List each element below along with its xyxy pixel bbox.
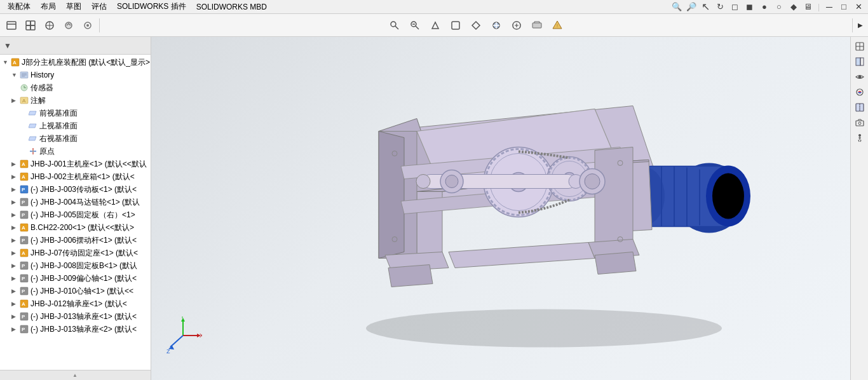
tree-jhb-002[interactable]: ▶ A JHB-J-002主机座箱<1> (默认< — [0, 170, 151, 183]
top-plane-icon — [28, 121, 38, 131]
tree-origin[interactable]: 原点 — [0, 145, 151, 158]
diamond-icon[interactable]: ◆ — [787, 0, 801, 14]
tree-jhb-07[interactable]: ▶ A JHB-J-07传动固定座<1> (默认< — [0, 247, 151, 259]
jhb005-arrow[interactable]: ▶ — [11, 212, 19, 218]
tree-root[interactable]: ▼ A J部分主机座装配图 (默认<默认_显示> — [0, 56, 151, 69]
tree-jhb-008[interactable]: ▶ P (-) JHB-J-008固定板B<1> (默认 — [0, 259, 151, 272]
tree-jhb-013-1[interactable]: ▶ P (-) JHB-J-013轴承座<1> (默认< — [0, 310, 151, 323]
tree-jhb-006[interactable]: ▶ P (-) JHB-J-006摆动杆<1> (默认< — [0, 234, 151, 247]
tree-jhb-013-2[interactable]: ▶ P (-) JHB-J-013轴承座<2> (默认< — [0, 323, 151, 336]
center-btn-4[interactable] — [447, 17, 465, 34]
jhb07-label: JHB-J-07传动固定座<1> (默认< — [31, 248, 138, 259]
tree-jhb-003[interactable]: ▶ P (-) JHB-J-003传动板<1> (默认< — [0, 183, 151, 196]
svg-point-137 — [858, 122, 861, 125]
center-btn-2[interactable] — [406, 17, 424, 34]
more-arrow[interactable]: ▶ — [855, 17, 865, 34]
walk-through-button[interactable] — [853, 131, 867, 145]
model-3d — [302, 55, 798, 362]
right-plane-label: 右视基准面 — [39, 133, 78, 144]
select-all-icon[interactable]: ◼ — [743, 0, 757, 14]
tree-annotation[interactable]: ▶ A 注解 — [0, 94, 151, 107]
center-btn-8[interactable] — [528, 17, 546, 34]
center-btn-6[interactable] — [487, 17, 505, 34]
box-select-icon[interactable]: ◻ — [728, 0, 742, 14]
tree-jhb-001[interactable]: ▶ A JHB-J-001主机座<1> (默认<<默认 — [0, 158, 151, 170]
svg-rect-17 — [452, 22, 459, 29]
toolbar-btn-2[interactable] — [22, 17, 39, 34]
view-orient-button[interactable] — [853, 39, 867, 53]
svg-text:A: A — [22, 98, 26, 104]
tree-history[interactable]: ▼ History — [0, 69, 151, 81]
monitor-icon[interactable]: 🖥 — [801, 0, 815, 14]
toolbar-btn-1[interactable] — [3, 17, 20, 34]
menu-layout[interactable]: 布局 — [36, 0, 61, 13]
tree-jhb-009[interactable]: ▶ P (-) JHB-J-009偏心轴<1> (默认< — [0, 272, 151, 285]
center-btn-3[interactable] — [426, 17, 444, 34]
tree-front-plane[interactable]: 前视基准面 — [0, 107, 151, 119]
tree-jhb-012[interactable]: ▶ A JHB-J-012轴承座<1> (默认< — [0, 297, 151, 310]
tree-jhb-004[interactable]: ▶ P (-) JHB-J-004马达链轮<1> (默认 — [0, 196, 151, 208]
rotate-3d-icon[interactable]: ↻ — [714, 0, 728, 14]
maximize-button[interactable]: □ — [837, 2, 851, 12]
svg-marker-33 — [29, 137, 36, 140]
camera-view-button[interactable] — [853, 116, 867, 130]
minimize-button[interactable]: ─ — [822, 2, 836, 12]
search-icon[interactable]: 🔍 — [670, 0, 684, 14]
tree-right-plane[interactable]: 右视基准面 — [0, 132, 151, 145]
tree-top-plane[interactable]: 上视基准面 — [0, 119, 151, 132]
cursor-icon[interactable]: ↖ — [699, 0, 713, 14]
jhb009-arrow[interactable]: ▶ — [11, 275, 19, 282]
tree-jhb-005[interactable]: ▶ P (-) JHB-J-005固定板（右）<1> — [0, 208, 151, 221]
filter-icon[interactable]: ▼ — [4, 41, 11, 50]
tree-sensor[interactable]: 传感器 — [0, 81, 151, 94]
svg-text:P: P — [22, 200, 25, 205]
jhb004-arrow[interactable]: ▶ — [11, 199, 19, 205]
jhb07-arrow[interactable]: ▶ — [11, 250, 19, 256]
jhb003-arrow[interactable]: ▶ — [11, 186, 19, 193]
jhb013-2-arrow[interactable]: ▶ — [11, 326, 19, 332]
tree-area[interactable]: ▼ A J部分主机座装配图 (默认<默认_显示> ▼ History — [0, 55, 151, 370]
center-btn-9[interactable]: ! — [548, 17, 566, 34]
root-expand-arrow[interactable]: ▼ — [3, 59, 10, 65]
center-btn-5[interactable] — [467, 17, 485, 34]
zoom-icon[interactable]: 🔎 — [684, 0, 698, 14]
menu-sketch[interactable]: 草图 — [61, 0, 86, 13]
svg-rect-4 — [26, 25, 31, 30]
history-expand-arrow[interactable]: ▼ — [11, 72, 19, 78]
menu-sw-mbd[interactable]: SOLIDWORKS MBD — [191, 1, 272, 13]
tree-jhb-010[interactable]: ▶ P (-) JHB-J-010心轴<1> (默认<< — [0, 285, 151, 297]
menu-sw-plugin[interactable]: SOLIDWORKS 插件 — [112, 0, 191, 13]
viewport-3d[interactable]: Y X Z — [151, 37, 850, 380]
center-btn-7[interactable] — [508, 17, 526, 34]
bch22-arrow[interactable]: ▶ — [11, 224, 19, 231]
jhb008-arrow[interactable]: ▶ — [11, 262, 19, 269]
dot-icon[interactable]: ● — [757, 0, 771, 14]
hide-show-button[interactable] — [853, 70, 867, 84]
jhb010-arrow[interactable]: ▶ — [11, 288, 19, 294]
jhb001-arrow[interactable]: ▶ — [11, 161, 19, 167]
center-btn-1[interactable] — [386, 17, 403, 34]
tree-bch22[interactable]: ▶ A B.CH22-200<1> (默认<<默认> — [0, 221, 151, 234]
assembly-icon: A — [10, 57, 20, 67]
display-style-button[interactable] — [853, 55, 867, 69]
toolbar-btn-3[interactable] — [41, 17, 58, 34]
jhb012-arrow[interactable]: ▶ — [11, 301, 19, 307]
close-button[interactable]: ✕ — [851, 2, 865, 12]
jhb002-arrow[interactable]: ▶ — [11, 173, 19, 180]
circle-icon[interactable]: ○ — [772, 0, 786, 14]
svg-rect-5 — [31, 25, 35, 30]
jhb013-1-arrow[interactable]: ▶ — [11, 313, 19, 320]
assembly-svg — [302, 55, 798, 360]
section-view-button[interactable] — [853, 100, 867, 114]
menu-evaluate[interactable]: 评估 — [86, 0, 112, 13]
menu-assembly[interactable]: 装配体 — [3, 0, 36, 13]
panel-resize-handle[interactable]: ▲ — [0, 370, 151, 380]
svg-rect-131 — [860, 58, 864, 65]
front-plane-label: 前视基准面 — [39, 108, 78, 119]
jhb006-arrow[interactable]: ▶ — [11, 237, 19, 243]
edit-appearance-button[interactable] — [853, 85, 867, 99]
svg-rect-3 — [31, 21, 35, 25]
toolbar-btn-4[interactable] — [60, 17, 78, 34]
toolbar-btn-5[interactable] — [79, 17, 97, 34]
annotation-expand-arrow[interactable]: ▶ — [11, 97, 19, 104]
